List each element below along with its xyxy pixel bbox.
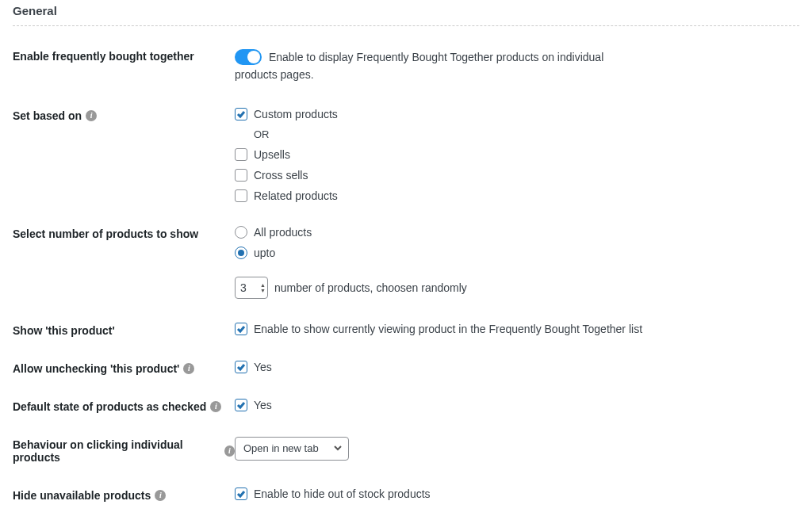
section-divider <box>13 25 799 26</box>
checkbox-allow-unchecking-label: Yes <box>254 361 272 373</box>
radio-upto-label: upto <box>254 247 275 259</box>
label-allow-unchecking-text: Allow unchecking 'this product' <box>13 362 179 375</box>
checkbox-custom-products[interactable] <box>235 108 247 120</box>
checkbox-custom-products-label: Custom products <box>254 108 338 120</box>
radio-all-products-label: All products <box>254 226 312 239</box>
label-enable-fbt: Enable frequently bought together <box>13 48 235 63</box>
row-set-based-on: Set based on i Custom products OR Upsell… <box>13 108 799 202</box>
row-select-number: Select number of products to show All pr… <box>13 226 799 299</box>
checkbox-upsells-label: Upsells <box>254 148 290 161</box>
select-click-behaviour-value: Open in new tab <box>243 442 319 454</box>
checkbox-upsells[interactable] <box>235 148 247 161</box>
checkbox-show-this-product[interactable] <box>235 323 247 335</box>
checkbox-default-checked[interactable] <box>235 399 247 411</box>
section-title: General <box>13 4 799 25</box>
label-click-behaviour-text: Behaviour on clicking individual product… <box>13 438 220 464</box>
select-click-behaviour[interactable]: Open in new tab <box>235 437 349 461</box>
label-click-behaviour: Behaviour on clicking individual product… <box>13 437 235 464</box>
label-hide-unavailable-text: Hide unavailable products <box>13 489 151 502</box>
checkbox-cross-sells[interactable] <box>235 169 247 182</box>
help-icon[interactable]: i <box>86 110 97 121</box>
label-default-checked-text: Default state of products as checked <box>13 400 206 413</box>
or-divider-text: OR <box>254 128 799 140</box>
checkbox-allow-unchecking[interactable] <box>235 361 247 373</box>
help-icon[interactable]: i <box>155 490 166 501</box>
row-enable-fbt: Enable frequently bought together Enable… <box>13 48 799 84</box>
toggle-enable-fbt[interactable] <box>235 49 262 65</box>
help-icon[interactable]: i <box>183 363 194 374</box>
checkbox-cross-sells-label: Cross sells <box>254 169 308 182</box>
number-spinner[interactable]: ▲▼ <box>260 282 266 293</box>
radio-upto[interactable] <box>235 247 247 259</box>
chevron-down-icon <box>334 442 342 454</box>
checkbox-hide-unavailable[interactable] <box>235 488 247 500</box>
row-default-checked: Default state of products as checked i Y… <box>13 399 799 413</box>
label-hide-unavailable: Hide unavailable products i <box>13 488 235 502</box>
label-default-checked: Default state of products as checked i <box>13 399 235 413</box>
checkbox-related-products-label: Related products <box>254 189 338 202</box>
radio-all-products[interactable] <box>235 226 247 239</box>
checkbox-hide-unavailable-label: Enable to hide out of stock products <box>254 488 431 500</box>
help-icon[interactable]: i <box>224 445 235 457</box>
help-icon[interactable]: i <box>210 401 221 412</box>
number-products-value: 3 <box>240 281 247 294</box>
label-show-this-product: Show 'this product' <box>13 323 235 337</box>
label-select-number: Select number of products to show <box>13 226 235 240</box>
checkbox-related-products[interactable] <box>235 189 247 202</box>
label-set-based-on-text: Set based on <box>13 109 82 122</box>
checkbox-default-checked-label: Yes <box>254 399 272 411</box>
desc-enable-fbt: Enable to display Frequently Bought Toge… <box>235 51 603 81</box>
row-allow-unchecking: Allow unchecking 'this product' i Yes <box>13 361 799 375</box>
row-click-behaviour: Behaviour on clicking individual product… <box>13 437 799 464</box>
checkbox-show-this-product-label: Enable to show currently viewing product… <box>254 323 642 335</box>
label-allow-unchecking: Allow unchecking 'this product' i <box>13 361 235 375</box>
row-hide-unavailable: Hide unavailable products i Enable to hi… <box>13 488 799 502</box>
label-set-based-on: Set based on i <box>13 108 235 122</box>
number-products-suffix: number of products, choosen randomly <box>274 281 467 294</box>
number-products-input[interactable]: 3 ▲▼ <box>235 277 268 299</box>
row-show-this-product: Show 'this product' Enable to show curre… <box>13 323 799 337</box>
